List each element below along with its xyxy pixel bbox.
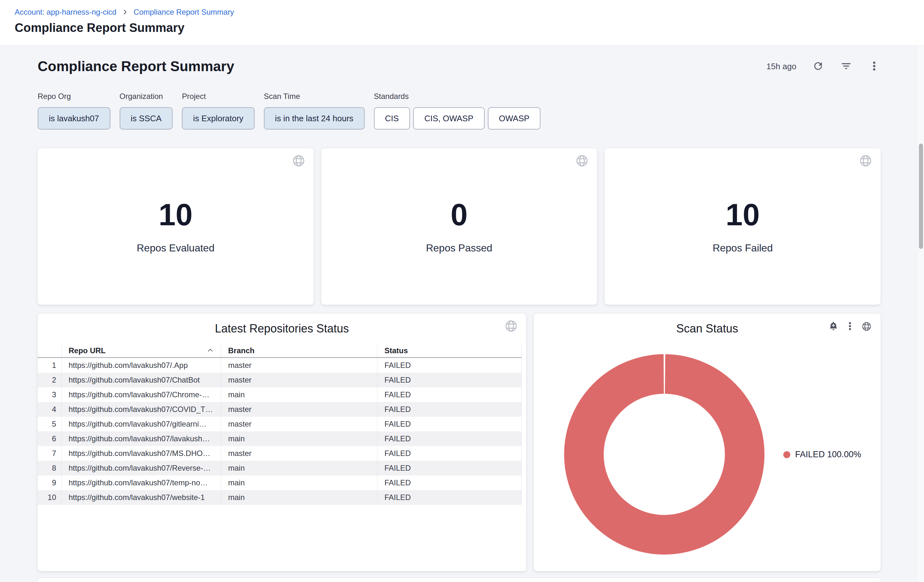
filter-bar: Repo Org is lavakush07 Organization is S… [38, 92, 541, 130]
filter-chip-repo-org[interactable]: is lavakush07 [38, 107, 111, 130]
bottom-row: Latest Repositories Status Repo URL Bran… [38, 314, 881, 571]
status-cell: FAILED [377, 446, 521, 461]
kebab-icon [845, 321, 855, 332]
scan-status-card: Scan Status FAILED 100.00% [534, 314, 881, 571]
sort-ascending-icon [207, 347, 214, 354]
row-index: 5 [38, 417, 61, 431]
next-card-peek [38, 578, 881, 582]
filter-label: Standards [374, 92, 541, 101]
filter-chip-standards-owasp[interactable]: OWASP [488, 107, 541, 130]
filter-icon [840, 60, 852, 73]
repo-url-cell: https://github.com/lavakush07/website-1 [61, 490, 221, 505]
status-cell: FAILED [377, 417, 521, 431]
filter-chip-scan-time[interactable]: is in the last 24 hours [264, 107, 365, 130]
stat-label: Repos Failed [713, 242, 773, 254]
branch-cell: main [221, 461, 377, 475]
row-index: 7 [38, 446, 61, 461]
stat-label: Repos Evaluated [137, 242, 214, 254]
column-header-label: Repo URL [69, 344, 106, 357]
legend-dot [783, 451, 790, 458]
filter-chip-organization[interactable]: is SSCA [120, 107, 173, 130]
repo-table-title: Latest Repositories Status [38, 314, 526, 335]
repo-table: Repo URL Branch Status 1 https://github.… [38, 344, 521, 505]
status-cell: FAILED [377, 358, 521, 373]
dashboard-header: Compliance Report Summary 15h ago [38, 58, 881, 74]
branch-cell: main [221, 387, 377, 402]
row-index: 9 [38, 475, 61, 490]
table-row: 8 https://github.com/lavakush07/Reverse-… [38, 461, 521, 475]
table-row: 1 https://github.com/lavakush07/.App mas… [38, 358, 521, 373]
filter-label: Scan Time [264, 92, 365, 101]
stat-card-repos-passed: 0 Repos Passed [321, 148, 597, 305]
branch-cell: main [221, 475, 377, 490]
branch-cell: master [221, 446, 377, 461]
table-row: 4 https://github.com/lavakush07/COVID_T…… [38, 402, 521, 417]
status-cell: FAILED [377, 373, 521, 387]
table-row: 7 https://github.com/lavakush07/MS.DHO… … [38, 446, 521, 461]
table-row: 10 https://github.com/lavakush07/website… [38, 490, 521, 505]
stat-card-repos-failed: 10 Repos Failed [605, 148, 881, 305]
branch-cell: master [221, 358, 377, 373]
table-row: 5 https://github.com/lavakush07/gitlearn… [38, 417, 521, 431]
branch-cell: main [221, 490, 377, 505]
row-index: 4 [38, 402, 61, 417]
table-row: 3 https://github.com/lavakush07/Chrome-…… [38, 387, 521, 402]
filter-group-repo-org: Repo Org is lavakush07 [38, 92, 111, 130]
more-menu-button[interactable] [868, 60, 881, 73]
bell-plus-icon [828, 321, 838, 332]
column-header-repo-url[interactable]: Repo URL [61, 344, 221, 357]
status-cell: FAILED [377, 475, 521, 490]
stat-card-repos-evaluated: 10 Repos Evaluated [38, 148, 314, 305]
chart-legend[interactable]: FAILED 100.00% [783, 450, 861, 460]
tile-more-menu-button[interactable] [844, 321, 856, 332]
breadcrumb: Account: app-harness-ng-cicd Compliance … [15, 8, 924, 16]
row-index: 2 [38, 373, 61, 387]
globe-icon[interactable] [292, 154, 305, 168]
table-row: 6 https://github.com/lavakush07/lavakush… [38, 431, 521, 446]
breadcrumb-separator-icon [122, 8, 129, 16]
status-cell: FAILED [377, 402, 521, 417]
table-header-row: Repo URL Branch Status [38, 344, 521, 358]
row-index: 6 [38, 431, 61, 446]
row-index: 10 [38, 490, 61, 505]
repo-url-cell: https://github.com/lavakush07/temp-no… [61, 475, 221, 490]
filter-label: Organization [120, 92, 173, 101]
column-header-branch[interactable]: Branch [221, 344, 377, 357]
column-header-status[interactable]: Status [377, 344, 521, 357]
scan-status-donut-chart[interactable] [564, 354, 764, 554]
globe-icon[interactable] [861, 321, 872, 332]
stat-value: 0 [450, 199, 467, 230]
status-cell: FAILED [377, 387, 521, 402]
failed-arc [583, 373, 746, 536]
stat-value: 10 [158, 199, 193, 230]
filter-label: Repo Org [38, 92, 111, 101]
breadcrumb-current-link[interactable]: Compliance Report Summary [134, 8, 234, 16]
scrollbar-track[interactable] [917, 46, 924, 582]
globe-icon[interactable] [859, 154, 872, 168]
branch-cell: master [221, 402, 377, 417]
filter-button[interactable] [840, 60, 853, 73]
branch-cell: main [221, 431, 377, 446]
refresh-button[interactable] [812, 60, 825, 73]
status-cell: FAILED [377, 431, 521, 446]
branch-cell: master [221, 373, 377, 387]
row-index: 8 [38, 461, 61, 475]
dashboard-title: Compliance Report Summary [38, 58, 234, 74]
alerts-button[interactable] [828, 321, 839, 332]
repo-url-cell: https://github.com/lavakush07/ChatBot [61, 373, 221, 387]
filter-chip-project[interactable]: is Exploratory [182, 107, 255, 130]
scrollbar-thumb[interactable] [919, 143, 923, 249]
last-refreshed-label: 15h ago [766, 62, 796, 71]
refresh-icon [812, 60, 824, 73]
repo-url-cell: https://github.com/lavakush07/MS.DHO… [61, 446, 221, 461]
status-cell: FAILED [377, 461, 521, 475]
repo-table-card: Latest Repositories Status Repo URL Bran… [38, 314, 526, 571]
table-row: 2 https://github.com/lavakush07/ChatBot … [38, 373, 521, 387]
globe-icon[interactable] [575, 154, 589, 168]
repo-url-cell: https://github.com/lavakush07/Chrome-… [61, 387, 221, 402]
filter-group-project: Project is Exploratory [182, 92, 255, 130]
breadcrumb-account-link[interactable]: Account: app-harness-ng-cicd [15, 8, 116, 16]
filter-chip-standards-cis[interactable]: CIS [374, 107, 410, 130]
filter-chip-standards-cis-owasp[interactable]: CIS, OWASP [413, 107, 485, 130]
globe-icon[interactable] [505, 320, 518, 333]
